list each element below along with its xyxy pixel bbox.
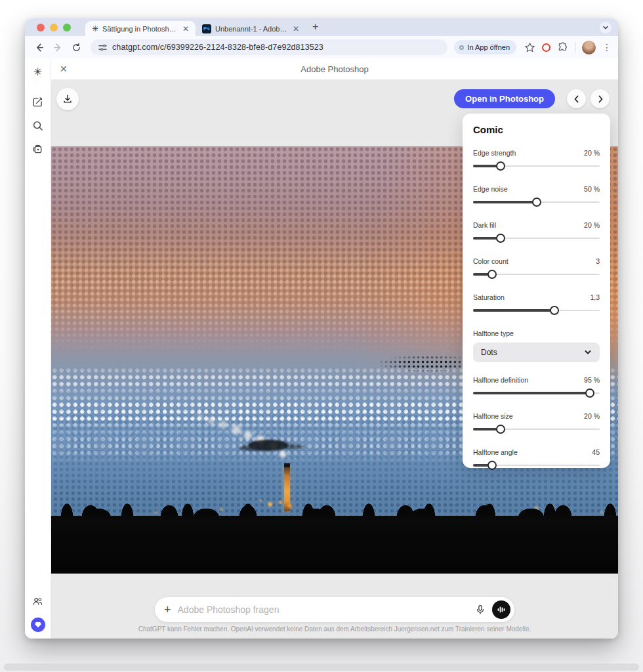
- browser-toolbar: chatgpt.com/c/69399226-2124-8328-bfe8-d7…: [25, 36, 618, 58]
- footer-disclaimer: ChatGPT kann Fehler machen. OpenAI verwe…: [51, 625, 618, 633]
- new-tab-button[interactable]: +: [312, 21, 318, 33]
- minimize-window-button[interactable]: [50, 24, 58, 32]
- control-label: Saturation: [473, 293, 505, 301]
- address-bar[interactable]: chatgpt.com/c/69399226-2124-8328-bfe8-d7…: [91, 39, 447, 55]
- close-preview-icon[interactable]: ✕: [60, 64, 68, 74]
- gem-icon: [34, 621, 42, 629]
- search-icon[interactable]: [31, 118, 45, 133]
- back-button[interactable]: [31, 39, 47, 55]
- slider-thumb[interactable]: [496, 425, 505, 434]
- waveform-icon: [497, 605, 506, 614]
- smoke-plume: [51, 146, 52, 148]
- control-edge-noise: Edge noise 50 %: [473, 185, 600, 207]
- chevron-down-icon: [584, 348, 592, 356]
- control-label: Edge noise: [473, 185, 508, 193]
- control-edge-strength: Edge strength 20 %: [473, 149, 600, 171]
- slider-thumb[interactable]: [496, 161, 505, 171]
- open-in-photoshop-button[interactable]: Open in Photoshop: [454, 89, 555, 108]
- control-halftone-type: Halftone type Dots: [473, 329, 600, 362]
- chevron-right-icon: [596, 95, 604, 103]
- tab-photoshop[interactable]: Ps Unbenannt-1 - Adobe Photos ✕: [196, 21, 306, 36]
- control-label: Halftone angle: [473, 448, 518, 456]
- browser-window: ✳ Sättigung in Photoshop redu ✕ Ps Unben…: [25, 18, 618, 639]
- next-button[interactable]: [591, 89, 610, 108]
- preview-canvas: Open in Photoshop: [51, 79, 618, 639]
- open-in-app-label: In App öffnen: [467, 43, 510, 51]
- dark-smoke-cloud: [248, 440, 289, 451]
- tab-strip: ✳ Sättigung in Photoshop redu ✕ Ps Unben…: [25, 18, 618, 36]
- control-value: 20 %: [584, 221, 600, 229]
- ground-silhouette: [51, 516, 618, 574]
- message-input[interactable]: [178, 604, 468, 615]
- control-value: 20 %: [584, 412, 600, 420]
- slider-thumb[interactable]: [550, 306, 559, 315]
- control-value: 95 %: [584, 376, 600, 384]
- edge-noise-slider[interactable]: [473, 197, 600, 207]
- bookmark-star-icon[interactable]: [524, 42, 535, 53]
- control-value: 50 %: [584, 185, 600, 193]
- reload-icon: [72, 43, 81, 52]
- chevron-down-icon: [602, 24, 609, 31]
- chat-composer: +: [155, 597, 514, 622]
- slider-thumb[interactable]: [496, 234, 505, 243]
- attach-plus-icon[interactable]: +: [164, 604, 171, 616]
- download-icon: [62, 94, 73, 104]
- new-chat-icon[interactable]: [31, 94, 45, 109]
- tab-close-icon[interactable]: ✕: [291, 24, 301, 33]
- saturation-slider[interactable]: [473, 305, 600, 316]
- control-label: Dark fill: [473, 221, 496, 229]
- browser-menu-icon[interactable]: ⋮: [602, 42, 612, 52]
- control-value: 3: [596, 257, 600, 265]
- halftone-angle-slider[interactable]: [473, 460, 600, 471]
- fullscreen-window-button[interactable]: [63, 24, 71, 32]
- slider-thumb[interactable]: [585, 388, 594, 398]
- slider-thumb[interactable]: [532, 198, 541, 207]
- dark-fill-slider[interactable]: [473, 233, 600, 243]
- download-button[interactable]: [56, 88, 79, 110]
- control-halftone-angle: Halftone angle 45: [473, 448, 600, 471]
- tab-chatgpt[interactable]: ✳ Sättigung in Photoshop redu ✕: [85, 21, 196, 36]
- close-window-button[interactable]: [37, 24, 45, 32]
- chatgpt-favicon-icon: ✳: [92, 25, 98, 33]
- control-halftone-definition: Halftone definition 95 %: [473, 376, 600, 398]
- tab-close-icon[interactable]: ✕: [181, 24, 190, 33]
- control-halftone-size: Halftone size 20 %: [473, 412, 600, 434]
- traffic-lights[interactable]: [37, 24, 71, 32]
- control-label: Halftone type: [473, 329, 514, 337]
- control-value: 1,3: [590, 293, 600, 301]
- forward-button[interactable]: [50, 39, 66, 55]
- chatgpt-logo-icon[interactable]: ✳: [31, 64, 45, 79]
- site-settings-icon: [98, 43, 107, 52]
- extension-red-ring-icon[interactable]: [542, 43, 550, 52]
- halftone-type-select[interactable]: Dots: [473, 343, 600, 362]
- slider-thumb[interactable]: [487, 270, 497, 279]
- halftone-size-slider[interactable]: [473, 424, 600, 434]
- control-label: Halftone definition: [473, 376, 528, 384]
- url-text: chatgpt.com/c/69399226-2124-8328-bfe8-d7…: [112, 43, 323, 52]
- open-in-app-button[interactable]: In App öffnen: [454, 40, 516, 54]
- library-icon[interactable]: [31, 142, 45, 156]
- tab-label: Sättigung in Photoshop redu: [102, 25, 177, 33]
- reload-button[interactable]: [68, 39, 84, 55]
- voice-mode-button[interactable]: [492, 600, 510, 619]
- select-value: Dots: [481, 348, 584, 357]
- toolbar-divider: [575, 42, 575, 52]
- profile-avatar[interactable]: [582, 41, 596, 54]
- tab-search-button[interactable]: [600, 22, 612, 33]
- control-saturation: Saturation 1,3: [473, 293, 600, 316]
- control-value: 45: [592, 448, 600, 456]
- tab-label: Unbenannt-1 - Adobe Photos: [215, 25, 287, 33]
- halftone-definition-slider[interactable]: [473, 388, 600, 398]
- app-header: ✕ Adobe Photoshop: [51, 58, 618, 79]
- previous-button[interactable]: [567, 89, 586, 108]
- gpts-people-icon[interactable]: [31, 594, 45, 608]
- slider-thumb[interactable]: [487, 461, 497, 470]
- microphone-icon[interactable]: [475, 604, 486, 615]
- color-count-slider[interactable]: [473, 269, 600, 280]
- plan-gem-badge[interactable]: [31, 618, 45, 632]
- extensions-puzzle-icon[interactable]: [557, 42, 568, 53]
- panel-title: Comic: [473, 124, 600, 135]
- chatgpt-sidebar: ✳: [25, 58, 51, 639]
- edge-strength-slider[interactable]: [473, 161, 600, 171]
- control-dark-fill: Dark fill 20 %: [473, 221, 600, 243]
